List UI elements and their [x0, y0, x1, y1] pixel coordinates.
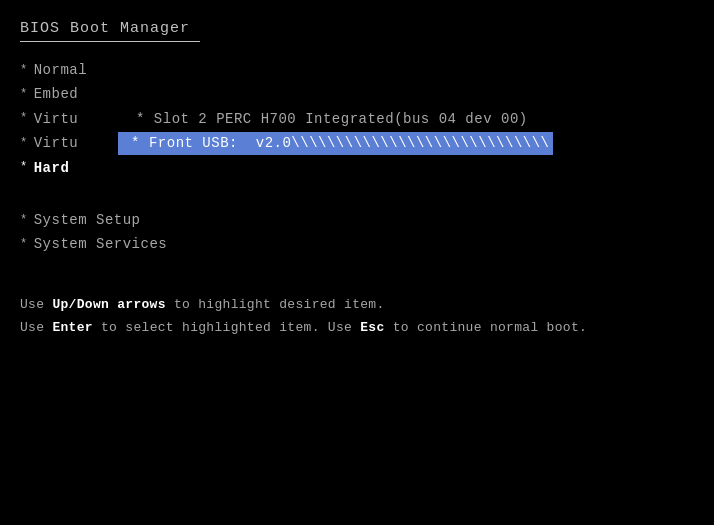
menu-item-virtu2[interactable]: * Virtu * Front USB: v2.0\\\\\\\\\\\\\\\…: [20, 131, 694, 155]
sub-slot2-label: * Slot 2 PERC H700 Integrated(bus 04 dev…: [118, 108, 527, 130]
bullet-embed: *: [20, 85, 28, 104]
bullet-hard: *: [20, 158, 28, 177]
menu-item-system-services[interactable]: * System Services: [20, 232, 694, 256]
separator1: [20, 196, 694, 208]
bios-title: BIOS Boot Manager: [20, 20, 694, 37]
label-system-setup: System Setup: [34, 209, 141, 231]
label-hard: Hard: [34, 157, 70, 179]
label-virtu2: Virtu: [34, 132, 79, 154]
label-embed: Embed: [34, 83, 79, 105]
sub-front-usb-label: * Front USB: v2.0\\\\\\\\\\\\\\\\\\\\\\\…: [118, 132, 553, 154]
bullet-virtu2: *: [20, 134, 28, 153]
label-virtu1: Virtu: [34, 108, 79, 130]
instruction-line2: Use Enter to select highlighted item. Us…: [20, 316, 694, 339]
bullet-system-services: *: [20, 235, 28, 254]
bullet-normal: *: [20, 61, 28, 80]
menu-item-normal[interactable]: * Normal: [20, 58, 694, 82]
menu-item-hard[interactable]: * Hard: [20, 156, 694, 180]
label-normal: Normal: [34, 59, 87, 81]
separator2: [20, 273, 694, 285]
menu-item-system-setup[interactable]: * System Setup: [20, 208, 694, 232]
title-underline: [20, 41, 200, 42]
boot-menu: * Normal * Embed * Virtu * Slot 2 PERC H…: [20, 58, 694, 180]
menu-item-virtu1[interactable]: * Virtu * Slot 2 PERC H700 Integrated(bu…: [20, 107, 528, 131]
bullet-system-setup: *: [20, 211, 28, 230]
instruction-line1: Use Up/Down arrows to highlight desired …: [20, 293, 694, 316]
menu-item-embed[interactable]: * Embed: [20, 82, 694, 106]
instructions-block: Use Up/Down arrows to highlight desired …: [20, 293, 694, 340]
label-system-services: System Services: [34, 233, 168, 255]
system-menu: * System Setup * System Services: [20, 208, 694, 257]
bios-screen: BIOS Boot Manager * Normal * Embed * Vir…: [0, 0, 714, 525]
bullet-virtu1: *: [20, 109, 28, 128]
